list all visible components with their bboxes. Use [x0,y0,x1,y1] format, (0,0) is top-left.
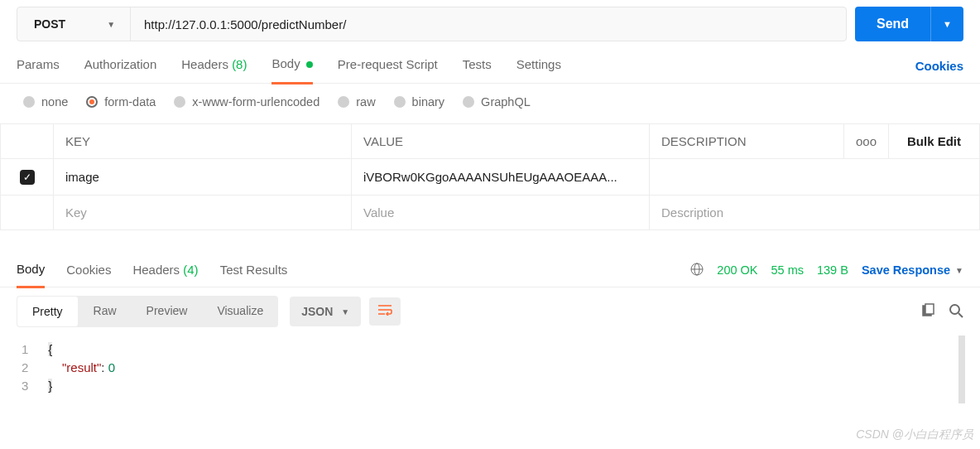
body-type-urlencoded[interactable]: x-www-form-urlencoded [174,95,319,109]
row-key[interactable]: image [54,159,352,196]
body-type-binary[interactable]: binary [394,95,445,109]
placeholder-key[interactable]: Key [54,196,352,230]
chevron-down-icon: ▼ [341,307,349,316]
wrap-lines-button[interactable] [369,297,401,326]
json-brace: { [48,342,52,356]
chevron-down-icon: ▼ [955,266,963,275]
search-icon[interactable] [949,303,963,321]
lang-select[interactable]: JSON ▼ [290,297,361,326]
placeholder-value[interactable]: Value [352,196,650,230]
globe-icon[interactable] [690,263,704,278]
column-value: VALUE [352,124,650,159]
tab-body-label: Body [271,56,300,70]
tab-params[interactable]: Params [17,49,60,83]
json-value: 0 [108,360,115,374]
dot-icon [306,61,313,68]
body-type-raw[interactable]: raw [338,95,375,109]
chevron-down-icon: ▼ [107,20,115,29]
line-number: 3 [22,377,28,395]
copy-icon[interactable] [920,303,935,321]
tab-headers[interactable]: Headers (8) [181,49,247,83]
row-checkbox[interactable] [20,170,35,185]
http-method-select[interactable]: POST ▼ [17,7,131,41]
json-key: "result" [62,360,101,374]
tab-headers-count: (8) [232,57,247,71]
svg-rect-7 [925,304,934,314]
tab-authorization[interactable]: Authorization [84,49,157,83]
tab-settings[interactable]: Settings [516,49,561,83]
resp-tab-test-results[interactable]: Test Results [220,254,288,287]
body-type-none[interactable]: none [23,95,68,109]
svg-line-9 [958,313,963,317]
tab-headers-label: Headers [181,57,228,71]
resp-tab-headers-count: (4) [183,263,198,277]
svg-point-8 [950,305,959,314]
row-description[interactable] [650,159,980,196]
status-time: 55 ms [771,263,804,277]
view-preview[interactable]: Preview [132,296,203,327]
resp-tab-body[interactable]: Body [17,253,45,288]
resp-tab-cookies[interactable]: Cookies [66,254,111,287]
placeholder-description[interactable]: Description [650,196,980,230]
json-brace: } [48,379,52,393]
lang-label: JSON [301,305,333,318]
http-method-label: POST [34,17,65,31]
line-number: 1 [22,340,28,359]
status-code: 200 OK [717,263,757,277]
table-row-placeholder[interactable]: Key Value Description [1,196,980,230]
body-type-form-data[interactable]: form-data [86,95,156,109]
form-data-table: KEY VALUE DESCRIPTION ooo Bulk Edit imag… [0,123,980,230]
column-description: DESCRIPTION [650,124,844,159]
view-visualize[interactable]: Visualize [202,296,278,327]
column-key: KEY [54,124,352,159]
send-dropdown-icon[interactable]: ▼ [930,7,963,41]
view-raw[interactable]: Raw [79,296,132,327]
tab-body[interactable]: Body [271,48,312,84]
scrollbar[interactable] [958,336,965,403]
body-type-graphql[interactable]: GraphQL [463,95,531,109]
send-button-label: Send [855,7,930,41]
url-input[interactable] [131,7,846,41]
resp-tab-headers-label: Headers [132,263,180,277]
table-row[interactable]: image iVBORw0KGgoAAAANSUhEUgAAAOEAAA... [1,159,980,196]
send-button[interactable]: Send ▼ [855,7,963,41]
resp-tab-headers[interactable]: Headers (4) [132,254,198,287]
tab-tests[interactable]: Tests [463,49,492,83]
view-pretty[interactable]: Pretty [17,296,79,327]
tab-prerequest[interactable]: Pre-request Script [338,49,438,83]
line-number: 2 [22,359,28,377]
save-response-button[interactable]: Save Response ▼ [862,263,963,277]
more-options-button[interactable]: ooo [843,124,888,159]
bulk-edit-button[interactable]: Bulk Edit [889,124,980,159]
cookies-link[interactable]: Cookies [915,51,963,81]
status-size: 139 B [817,263,848,277]
row-value[interactable]: iVBORw0KGgoAAAANSUhEUgAAAOEAAA... [352,159,650,196]
response-body-code: 1 2 3 { "result": 0 } [0,336,980,403]
